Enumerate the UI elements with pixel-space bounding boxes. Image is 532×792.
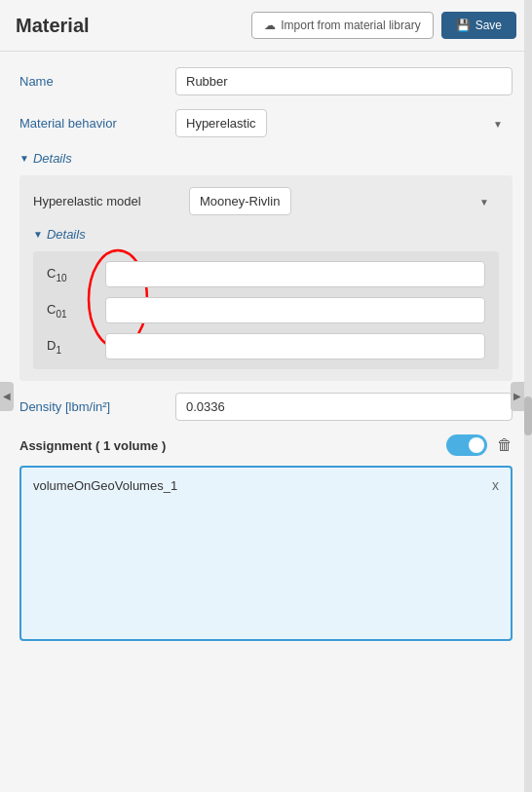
assignment-controls: 🗑: [446, 434, 513, 456]
form-content: Name Material behavior Hyperelastic Elas…: [0, 52, 532, 670]
details-inner: Hyperelastic model Mooney-Rivlin Neo-Hoo…: [19, 175, 513, 381]
c01-input[interactable]: [105, 297, 485, 323]
sub-triangle-icon: ▼: [33, 229, 43, 240]
page-title: Material: [16, 15, 90, 37]
name-row: Name: [19, 67, 513, 95]
material-behavior-select[interactable]: Hyperelastic Elastic Plastic: [175, 109, 267, 137]
left-resize-handle[interactable]: ◀: [0, 382, 14, 411]
details-label: Details: [33, 151, 72, 166]
sub-details-label: Details: [47, 227, 86, 242]
density-label: Density [lbm/in²]: [19, 399, 175, 414]
c01-label: C01: [47, 302, 105, 320]
save-icon: 💾: [456, 19, 471, 32]
density-row: Density [lbm/in²]: [19, 393, 513, 421]
scrollbar-thumb[interactable]: [524, 396, 532, 435]
scrollbar-track: [524, 0, 532, 792]
material-panel: ◀ ▶ Material ☁ Import from material libr…: [0, 0, 532, 792]
density-section: Density [lbm/in²]: [19, 393, 513, 421]
assignment-item-close[interactable]: x: [492, 477, 499, 493]
list-item: volumeOnGeoVolumes_1 x: [33, 477, 499, 493]
c01-row: C01: [47, 297, 485, 323]
density-input[interactable]: [175, 393, 513, 421]
save-button[interactable]: 💾 Save: [441, 12, 516, 39]
import-label: Import from material library: [281, 19, 420, 32]
assignment-box: volumeOnGeoVolumes_1 x: [19, 466, 513, 641]
details-header[interactable]: ▼ Details: [19, 151, 513, 166]
d1-input[interactable]: [105, 333, 485, 359]
material-behavior-select-wrapper: Hyperelastic Elastic Plastic: [175, 109, 513, 137]
params-box: C10 C01 D1: [33, 251, 499, 369]
d1-label: D1: [47, 338, 105, 356]
sub-details-header[interactable]: ▼ Details: [33, 227, 499, 242]
toggle-thumb: [469, 437, 484, 453]
save-label: Save: [475, 19, 502, 32]
trash-icon[interactable]: 🗑: [497, 436, 513, 454]
c10-label: C10: [47, 266, 105, 283]
c10-row: C10: [47, 261, 485, 287]
material-behavior-row: Material behavior Hyperelastic Elastic P…: [19, 109, 513, 137]
hyperelastic-model-row: Hyperelastic model Mooney-Rivlin Neo-Hoo…: [33, 187, 499, 215]
assignment-section: Assignment ( 1 volume ) 🗑 volumeOnGeoVol…: [19, 434, 513, 641]
assignment-toggle[interactable]: [446, 434, 487, 456]
sub-details-section: ▼ Details C10: [33, 227, 499, 369]
details-section: ▼ Details Hyperelastic model Mooney-Rivl…: [19, 151, 513, 381]
top-actions: ☁ Import from material library 💾 Save: [251, 12, 516, 39]
triangle-icon: ▼: [19, 153, 29, 164]
hyperelastic-model-label: Hyperelastic model: [33, 194, 189, 208]
top-bar: Material ☁ Import from material library …: [0, 0, 532, 52]
assignment-label: Assignment ( 1 volume ): [19, 438, 166, 453]
assignment-item-label: volumeOnGeoVolumes_1: [33, 478, 177, 493]
name-input[interactable]: [175, 67, 513, 95]
assignment-title: Assignment: [19, 438, 92, 453]
hyperelastic-model-select[interactable]: Mooney-Rivlin Neo-Hookean Ogden: [189, 187, 291, 215]
assignment-count: ( 1 volume ): [95, 438, 166, 453]
right-handle-icon: ▶: [513, 391, 521, 401]
left-handle-icon: ◀: [3, 391, 11, 401]
material-behavior-label: Material behavior: [19, 116, 175, 131]
name-label: Name: [19, 74, 175, 89]
right-resize-handle[interactable]: ▶: [511, 382, 524, 411]
d1-row: D1: [47, 333, 485, 359]
import-icon: ☁: [264, 19, 276, 32]
assignment-header: Assignment ( 1 volume ) 🗑: [19, 434, 513, 456]
import-button[interactable]: ☁ Import from material library: [251, 12, 433, 39]
c10-input[interactable]: [105, 261, 485, 287]
hyperelastic-model-select-wrapper: Mooney-Rivlin Neo-Hookean Ogden: [189, 187, 499, 215]
